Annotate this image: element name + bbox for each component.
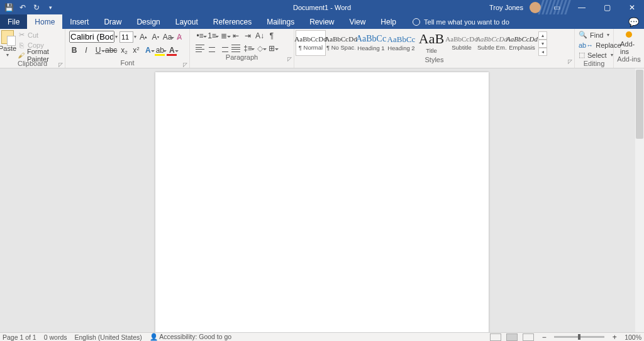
file-tab[interactable]: File bbox=[0, 14, 27, 29]
styles-scroll-2[interactable]: ◂ bbox=[538, 48, 547, 56]
web-layout-button[interactable] bbox=[523, 333, 534, 341]
highlight-button[interactable]: ab bbox=[155, 45, 165, 55]
superscript-button[interactable]: x2 bbox=[131, 45, 141, 55]
clipboard-dialog-launcher[interactable]: ◸ bbox=[57, 61, 64, 67]
print-layout-button[interactable] bbox=[506, 333, 518, 341]
addins-icon bbox=[626, 31, 632, 38]
paste-dropdown-icon[interactable]: ▾ bbox=[6, 52, 9, 58]
multilevel-list-button[interactable]: ≣ bbox=[219, 31, 229, 41]
underline-button[interactable]: U bbox=[93, 45, 103, 55]
page[interactable] bbox=[155, 72, 489, 332]
font-name-select[interactable] bbox=[69, 31, 114, 43]
styles-scroll-0[interactable]: ▴ bbox=[538, 31, 547, 40]
style-preview: AaBbCcDd bbox=[506, 36, 538, 43]
status-language[interactable]: English (United States) bbox=[74, 333, 142, 341]
style--no-spac-[interactable]: AaBbCcDd¶ No Spac… bbox=[326, 30, 356, 56]
status-accessibility[interactable]: 👤 Accessibility: Good to go bbox=[150, 333, 231, 341]
text-effects-button[interactable]: A bbox=[143, 45, 153, 55]
tab-draw[interactable]: Draw bbox=[96, 14, 129, 29]
tab-insert[interactable]: Insert bbox=[62, 14, 96, 29]
style-heading-2[interactable]: AaBbCcHeading 2 bbox=[386, 30, 416, 56]
collapse-ribbon-icon[interactable]: ⌃ bbox=[636, 60, 641, 67]
change-case-button[interactable]: Aa bbox=[162, 32, 172, 42]
decrease-indent-button[interactable]: ⇤ bbox=[231, 31, 241, 41]
vertical-scrollbar[interactable] bbox=[635, 68, 644, 332]
style-subtle-em-[interactable]: AaBbCcDdSubtle Em… bbox=[477, 30, 507, 56]
tab-layout[interactable]: Layout bbox=[168, 14, 206, 29]
style-subtitle[interactable]: AaBbCcDdSubtitle bbox=[447, 30, 477, 56]
style-preview: AaBbCc bbox=[387, 35, 416, 43]
style-title[interactable]: AaBTitle bbox=[416, 30, 447, 56]
zoom-slider[interactable] bbox=[554, 336, 604, 338]
redo-icon[interactable]: ↻ bbox=[31, 3, 42, 13]
addins-button[interactable]: Add-ins bbox=[614, 29, 644, 55]
format-painter-button[interactable]: 🖌Format Painter bbox=[18, 50, 62, 60]
select-button[interactable]: ⬚Select▾ bbox=[579, 50, 609, 60]
style-emphasis[interactable]: AaBbCcDdEmphasis bbox=[507, 30, 537, 56]
find-dropdown-icon[interactable]: ▾ bbox=[607, 32, 609, 38]
font-dialog-launcher[interactable]: ◸ bbox=[182, 61, 188, 67]
find-label: Find bbox=[590, 31, 603, 39]
shading-button[interactable]: ◇ bbox=[255, 43, 265, 53]
font-dropdown-icon[interactable]: ▾ bbox=[115, 34, 118, 40]
numbering-button[interactable]: 1≡ bbox=[207, 31, 217, 41]
comments-icon[interactable]: 💬 bbox=[628, 17, 639, 27]
bold-button[interactable]: B bbox=[69, 45, 79, 55]
strikethrough-button[interactable]: abc bbox=[105, 45, 117, 55]
find-button[interactable]: 🔍Find▾ bbox=[579, 30, 609, 40]
sort-button[interactable]: A↓ bbox=[255, 31, 265, 41]
zoom-in-button[interactable]: + bbox=[609, 332, 619, 342]
replace-icon: ab↔ bbox=[579, 41, 593, 49]
close-button[interactable]: ✕ bbox=[623, 0, 641, 14]
style--normal[interactable]: AaBbCcDd¶ Normal bbox=[296, 30, 326, 56]
tab-references[interactable]: References bbox=[206, 14, 259, 29]
italic-button[interactable]: I bbox=[81, 45, 91, 55]
tab-help[interactable]: Help bbox=[373, 14, 404, 29]
style-preview: AaB bbox=[419, 32, 444, 46]
align-right-button[interactable] bbox=[219, 43, 229, 53]
read-mode-button[interactable] bbox=[490, 333, 501, 341]
align-left-button[interactable] bbox=[195, 43, 205, 53]
zoom-out-button[interactable]: − bbox=[539, 332, 549, 342]
paragraph-dialog-launcher[interactable]: ◸ bbox=[286, 55, 292, 62]
shrink-font-button[interactable]: A▾ bbox=[150, 32, 160, 42]
tab-review[interactable]: Review bbox=[302, 14, 341, 29]
clear-formatting-button[interactable]: A̷ bbox=[174, 32, 184, 42]
tab-design[interactable]: Design bbox=[129, 14, 167, 29]
increase-indent-button[interactable]: ⇥ bbox=[243, 31, 253, 41]
size-dropdown-icon[interactable]: ▾ bbox=[134, 34, 136, 40]
show-marks-button[interactable]: ¶ bbox=[267, 31, 277, 41]
qat-more-icon[interactable]: ▾ bbox=[45, 3, 55, 13]
font-color-button[interactable]: A bbox=[167, 45, 177, 55]
zoom-level[interactable]: 100% bbox=[625, 333, 641, 341]
tab-mailings[interactable]: Mailings bbox=[259, 14, 302, 29]
style-heading-1[interactable]: AaBbCcHeading 1 bbox=[356, 30, 386, 56]
minimize-button[interactable]: — bbox=[572, 0, 591, 14]
zoom-thumb[interactable] bbox=[578, 334, 580, 340]
grow-font-button[interactable]: A▴ bbox=[138, 32, 148, 42]
status-page[interactable]: Page 1 of 1 bbox=[3, 333, 36, 341]
styles-dialog-launcher[interactable]: ◸ bbox=[567, 58, 573, 64]
maximize-button[interactable]: ▢ bbox=[597, 0, 616, 14]
save-icon[interactable]: 💾 bbox=[4, 3, 14, 13]
align-center-button[interactable] bbox=[207, 43, 217, 53]
tab-home[interactable]: Home bbox=[27, 14, 62, 29]
styles-scroll-1[interactable]: ▾ bbox=[538, 40, 547, 48]
font-size-select[interactable] bbox=[119, 31, 133, 43]
tab-view[interactable]: View bbox=[342, 14, 374, 29]
bullets-button[interactable]: •≡ bbox=[195, 31, 205, 41]
line-spacing-button[interactable]: ‡≡ bbox=[243, 43, 253, 53]
paste-button[interactable]: Paste ▾ bbox=[0, 29, 15, 60]
select-dropdown-icon[interactable]: ▾ bbox=[611, 52, 613, 58]
justify-button[interactable] bbox=[231, 43, 241, 53]
user-name[interactable]: Troy Jones bbox=[489, 4, 523, 11]
borders-button[interactable]: ⊞ bbox=[267, 43, 277, 53]
cut-button[interactable]: ✂Cut bbox=[18, 30, 62, 40]
scrollbar-thumb[interactable] bbox=[636, 70, 643, 139]
document-area[interactable] bbox=[0, 68, 644, 332]
undo-icon[interactable]: ↶ bbox=[18, 3, 28, 13]
subscript-button[interactable]: x2 bbox=[119, 45, 129, 55]
replace-button[interactable]: ab↔Replace bbox=[579, 40, 609, 50]
status-words[interactable]: 0 words bbox=[44, 333, 67, 341]
tell-me-search[interactable]: Tell me what you want to do bbox=[404, 14, 509, 29]
